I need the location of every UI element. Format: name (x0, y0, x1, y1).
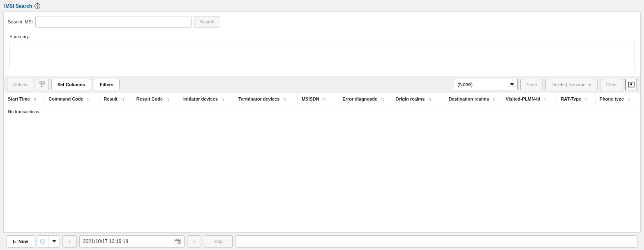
chevron-right-icon: › (193, 238, 195, 245)
details-button[interactable]: Details (7, 79, 33, 90)
column-header-destination-realms[interactable]: Destination realms↑↓ (444, 93, 501, 105)
svg-rect-1 (43, 82, 44, 83)
column-header-terminator-devices[interactable]: Terminator devices↑↓ (234, 93, 298, 105)
search-label: Search IMSI (8, 19, 33, 24)
column-header-start-time[interactable]: Start Time↑↓ (4, 93, 44, 105)
search-panel: Search IMSI Search Summary: (3, 11, 641, 76)
sort-icon: ↑↓ (283, 96, 286, 101)
summary-label: Summary: (9, 34, 635, 39)
table-header-row: Start Time↑↓ Command Code↑↓ Result↑↓ Res… (4, 93, 640, 105)
save-button[interactable]: Save (520, 79, 543, 90)
search-imsi-input[interactable] (35, 16, 192, 28)
column-header-command-code[interactable]: Command Code↑↓ (44, 93, 99, 105)
stop-button[interactable]: Stop (204, 235, 233, 248)
set-columns-button[interactable]: Set Columns (51, 79, 91, 90)
column-header-error-diagnostic[interactable]: Error diagnostic↑↓ (338, 93, 391, 105)
column-header-visited-plmn-id[interactable]: Visited-PLMN-Id↑↓ (501, 93, 556, 105)
view-select-value: (None) (457, 82, 473, 87)
export-button[interactable] (626, 79, 637, 90)
delete-rename-button[interactable]: Delete | Rename (545, 79, 597, 90)
topology-icon-button[interactable] (36, 79, 49, 90)
column-header-initiator-devices[interactable]: Initiator devices↑↓ (179, 93, 234, 105)
search-button[interactable]: Search (194, 16, 221, 28)
sort-icon: ↑↓ (428, 96, 431, 101)
table-toolbar: Details Set Columns Filters (None) Save … (3, 76, 641, 93)
datetime-value: 2021/10/17 12:16:18 (83, 239, 128, 244)
column-header-phone-type[interactable]: Phone type↑↓ (596, 93, 640, 105)
clear-button[interactable]: Clear (600, 79, 623, 90)
now-label: Now (18, 239, 28, 244)
empty-message: No transactions. (8, 109, 40, 114)
calendar-icon (174, 238, 181, 245)
transactions-table: Start Time↑↓ Command Code↑↓ Result↑↓ Res… (3, 93, 641, 232)
sort-icon: ↑↓ (221, 96, 224, 101)
now-button[interactable]: I‹ Now (7, 235, 34, 248)
column-header-origin-realms[interactable]: Origin realms↑↓ (391, 93, 444, 105)
column-header-rat-type[interactable]: RAT-Type↑↓ (556, 93, 595, 105)
clock-icon (40, 239, 45, 244)
app-root: IMSI Search ? Search IMSI Search Summary… (0, 0, 644, 250)
footer-status-field[interactable] (235, 235, 637, 248)
chevron-down-icon (52, 240, 56, 243)
chevron-left-icon: ‹ (69, 238, 71, 245)
datetime-input[interactable]: 2021/10/17 12:16:18 (79, 235, 185, 248)
time-mode-split-button[interactable] (37, 235, 60, 248)
sort-icon: ↑↓ (121, 96, 124, 101)
filters-button[interactable]: Filters (94, 79, 120, 90)
column-header-msisdn[interactable]: MSISDN↑↓ (298, 93, 338, 105)
delete-rename-label: Delete | Rename (552, 82, 585, 87)
sort-icon: ↑↓ (87, 96, 90, 101)
sort-icon: ↑↓ (33, 96, 36, 101)
go-first-icon: I‹ (13, 239, 16, 244)
page-header: IMSI Search ? (0, 0, 644, 11)
export-icon (628, 82, 635, 87)
summary-block: Summary: (4, 32, 640, 76)
time-mode-dropdown[interactable] (48, 236, 60, 247)
svg-rect-4 (630, 83, 632, 85)
prev-button[interactable]: ‹ (62, 235, 77, 248)
sort-icon: ↑↓ (627, 96, 630, 101)
next-button[interactable]: › (187, 235, 201, 248)
sort-icon: ↑↓ (544, 96, 547, 101)
column-header-result-code[interactable]: Result Code↑↓ (132, 93, 179, 105)
view-select[interactable]: (None) (454, 79, 518, 90)
sort-icon: ↑↓ (323, 96, 325, 101)
help-icon[interactable]: ? (35, 3, 40, 9)
search-row: Search IMSI Search (4, 12, 640, 32)
sort-icon: ↑↓ (492, 96, 495, 101)
column-header-result[interactable]: Result↑↓ (99, 93, 132, 105)
sort-icon: ↑↓ (381, 96, 383, 101)
table-body: No transactions. (4, 105, 640, 232)
time-mode-clock[interactable] (37, 236, 48, 247)
chevron-down-icon (588, 84, 591, 86)
page-title: IMSI Search (4, 3, 32, 9)
time-nav-footer: I‹ Now ‹ 2021/10/17 12:16:18 › Stop (3, 232, 641, 250)
svg-rect-2 (41, 85, 43, 87)
svg-rect-0 (40, 82, 42, 83)
sort-icon: ↑↓ (584, 96, 587, 101)
topology-icon (39, 81, 45, 87)
summary-box (9, 41, 635, 70)
chevron-down-icon (510, 83, 514, 86)
sort-icon: ↑↓ (166, 96, 169, 101)
